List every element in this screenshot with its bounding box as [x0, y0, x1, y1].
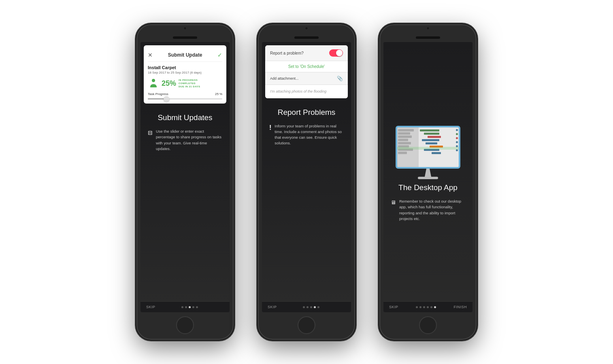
gantt-bar: [430, 146, 443, 148]
slider-thumb[interactable]: [164, 96, 169, 102]
status-labels: IN PROGRESS COMPLETED DUE IN 21 DAYS: [179, 79, 200, 88]
attach-label: Add attachment...: [270, 76, 299, 80]
gantt-bar-row: [419, 152, 458, 154]
phones-container: ✕ Submit Update ✓ Install Carpet 18 Sep …: [120, 8, 493, 356]
gantt-bar: [428, 136, 441, 138]
gantt-sidebar-item: [398, 139, 408, 141]
dot-1-2: [185, 306, 187, 308]
phone-1-main-title: Submit Updates: [158, 113, 212, 122]
power-button-2: [355, 89, 355, 104]
gantt-bar-row: [419, 135, 458, 138]
skip-button-3[interactable]: SKIP: [389, 305, 398, 309]
gantt-bar: [426, 142, 437, 144]
dot-1-5: [196, 306, 198, 308]
check-icon[interactable]: ✓: [217, 52, 222, 58]
dot-1-4: [192, 306, 194, 308]
report-problem-card: Report a problem? Set to 'On Schedule' A…: [265, 45, 348, 98]
gantt-dot: [456, 133, 458, 135]
schedule-text[interactable]: Set to 'On Schedule': [270, 64, 343, 69]
vol-down-button-3: [379, 96, 380, 108]
phone-1-desc-text: Use the slider or enter exact percentage…: [156, 129, 222, 152]
gantt-dot: [456, 129, 458, 131]
gantt-dots: [456, 129, 458, 151]
slider-desc-icon: ⊟: [148, 129, 153, 136]
monitor-stand: [424, 169, 432, 177]
phone-3-desc-row: 🖥 Remember to check out our desktop app,…: [389, 199, 467, 222]
progress-slider[interactable]: [148, 98, 222, 99]
gantt-sidebar-item: [398, 135, 412, 138]
progress-row: 25% IN PROGRESS COMPLETED DUE IN 21 DAYS: [148, 78, 222, 89]
dots-row-1: [181, 306, 198, 308]
monitor-content: [397, 127, 459, 167]
dot-3-3: [423, 306, 425, 308]
in-progress-label: IN PROGRESS: [179, 79, 200, 81]
due-label: DUE IN 21 DAYS: [179, 85, 200, 88]
home-button-2[interactable]: [298, 316, 315, 334]
schedule-row: Set to 'On Schedule': [265, 61, 348, 72]
gantt-bar: [422, 139, 439, 141]
vol-down-button-2: [258, 96, 258, 108]
completed-label: COMPLETED: [179, 82, 200, 85]
vol-up-button-2: [258, 81, 258, 92]
home-button-3[interactable]: [419, 316, 437, 334]
gantt-bar: [420, 129, 439, 131]
speaker-2: [294, 36, 319, 39]
monitor-screen: [396, 126, 460, 169]
desktop-monitor-illustration: [396, 126, 460, 179]
skip-button-1[interactable]: SKIP: [146, 305, 155, 309]
phone-3-screen: The Desktop App 🖥 Remember to check out …: [383, 42, 473, 312]
phone-2-screen: Report a problem? Set to 'On Schedule' A…: [262, 42, 351, 312]
gantt-sidebar-item: [398, 145, 409, 148]
gantt-bar-row: [419, 132, 458, 135]
gantt-sidebar-item: [398, 132, 410, 135]
dots-row-2: [303, 306, 319, 308]
phone-1-bottom-bar: SKIP: [140, 301, 230, 312]
home-button-1[interactable]: [176, 316, 194, 334]
dot-2-4: [314, 306, 316, 308]
gantt-sidebar: [397, 127, 419, 167]
slider-value: 25 %: [215, 92, 222, 96]
phone-1-desc-row: ⊟ Use the slider or enter exact percenta…: [146, 129, 224, 152]
phone-1-screen: ✕ Submit Update ✓ Install Carpet 18 Sep …: [140, 42, 230, 312]
report-label: Report a problem?: [270, 51, 304, 55]
gantt-sidebar-item: [398, 152, 407, 154]
front-camera: [183, 27, 187, 30]
skip-button-2[interactable]: SKIP: [268, 305, 277, 309]
comment-placeholder: I'm attaching photos of the flooding: [270, 89, 343, 94]
monitor-base: [418, 177, 438, 179]
phone-3-bottom-bar: SKIP FINISH: [383, 301, 473, 312]
gantt-sidebar-item: [398, 148, 413, 151]
gantt-sidebar-item: [398, 129, 414, 131]
attach-row: Add attachment... 📎: [265, 72, 348, 85]
gantt-bar-row: [419, 145, 458, 148]
monitor-icon: 🖥: [391, 199, 396, 205]
dot-2-5: [317, 306, 319, 308]
speaker-3: [416, 36, 440, 39]
vol-up-button: [136, 81, 137, 92]
comment-box[interactable]: I'm attaching photos of the flooding: [265, 85, 348, 98]
close-icon[interactable]: ✕: [148, 52, 153, 58]
attach-icon[interactable]: 📎: [337, 76, 343, 81]
gantt-dot: [456, 149, 458, 151]
gantt-bar-row: [419, 148, 458, 151]
front-camera-2: [305, 27, 308, 30]
gantt-bar-row: [419, 129, 458, 131]
card-header: ✕ Submit Update ✓: [148, 49, 222, 62]
power-button: [233, 89, 234, 104]
front-camera-3: [426, 27, 430, 30]
report-toggle-row: Report a problem?: [265, 45, 348, 61]
toggle-knob: [336, 50, 343, 56]
slider-label-row: Task Progress 25 %: [148, 92, 222, 96]
gantt-dot: [456, 141, 458, 143]
percentage-text: 25%: [162, 79, 176, 88]
phone-3-desc-text: Remember to check out our desktop app, w…: [399, 199, 465, 222]
dot-1-1: [181, 306, 183, 308]
power-button-3: [476, 89, 477, 104]
report-toggle[interactable]: [329, 49, 343, 57]
card-title: Submit Update: [168, 52, 202, 58]
finish-button-3[interactable]: FINISH: [453, 305, 467, 309]
dot-1-3: [189, 306, 191, 308]
task-dates: 18 Sep 2017 to 25 Sep 2017 (8 days): [148, 71, 222, 74]
submit-update-card: ✕ Submit Update ✓ Install Carpet 18 Sep …: [144, 45, 226, 104]
svg-point-0: [152, 79, 155, 82]
